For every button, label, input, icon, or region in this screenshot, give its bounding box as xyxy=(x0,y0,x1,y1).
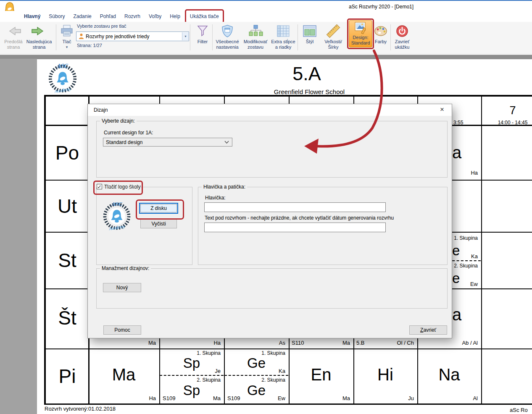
arrow-right-icon xyxy=(24,23,54,39)
window-edge-strip xyxy=(0,55,532,59)
current-design-label: Current design for 1A: xyxy=(104,130,153,136)
close-dialog-button[interactable]: Zavrieť xyxy=(409,325,447,335)
menu-rozvrh[interactable]: Rozvrh xyxy=(124,11,140,22)
combo-dropdown-icon[interactable]: ▾ xyxy=(182,32,189,40)
ribbon-separator xyxy=(390,24,391,50)
lesson-teacher: As xyxy=(243,340,285,346)
app-window: aSc Rozvrhy 2020 - [Demo1] Hlavný Súbory… xyxy=(0,0,532,414)
class-report-icon xyxy=(76,33,84,39)
design-select-value: Standard design xyxy=(103,139,224,145)
menu-pohlad[interactable]: Pohľad xyxy=(100,11,116,22)
design-management-group: Manažment dizajnov: xyxy=(96,268,448,309)
ribbon-toolbar: Predošlá strana Nasledujúca strana Tlač … xyxy=(0,22,532,55)
header-footer-group-label: Hlavička a patička: xyxy=(202,184,247,190)
lesson-teacher: Ha xyxy=(179,340,221,346)
preview-margin-band xyxy=(0,59,37,414)
lesson-room: S109 xyxy=(227,395,240,401)
day-st: St xyxy=(46,249,88,272)
extra-columns-button[interactable]: Extra stĺpce a riadky xyxy=(270,23,296,50)
lesson-teacher: Ma xyxy=(114,340,156,346)
group-2-label: 2. Skupina xyxy=(179,377,221,383)
close-preview-button[interactable]: Zavrieť ukážku xyxy=(392,23,413,50)
prev-page-button[interactable]: Predošlá strana xyxy=(3,23,24,50)
grid-line xyxy=(481,95,482,405)
report-select-label: Vyberte zostavu pre tlač xyxy=(77,24,126,29)
period-6-time-fragment: 3:55 xyxy=(453,120,463,126)
dialog-school-logo: ASC Academy xyxy=(101,199,133,233)
table-border-top xyxy=(44,95,532,97)
style-button[interactable]: Štýl xyxy=(299,23,320,45)
design-picture-icon xyxy=(349,21,372,35)
ribbon-separator xyxy=(298,24,298,50)
colors-button[interactable]: Farby xyxy=(372,23,389,45)
new-design-button[interactable]: Nový xyxy=(103,283,141,292)
group-2-label: 2. Skupina xyxy=(243,377,285,383)
lesson-teacher: Ol / Ch xyxy=(372,340,414,346)
design-standard-button[interactable]: Design: Standard xyxy=(349,20,372,47)
day-ut: Ut xyxy=(46,195,88,217)
day-po: Po xyxy=(46,141,88,164)
design-button-annotation: Design: Standard xyxy=(347,18,374,49)
asc-watermark-text: aSc Ro xyxy=(510,407,528,413)
menu-volby[interactable]: Voľby xyxy=(149,11,161,22)
footer-input[interactable] xyxy=(204,223,386,232)
lesson-room: S109 xyxy=(163,395,175,401)
checkbox-annotation xyxy=(93,181,143,195)
lesson-room: S110 xyxy=(292,340,304,346)
modify-report-button[interactable]: Modifikovať zostavu xyxy=(241,23,270,50)
logo-arc-text: ASC xyxy=(57,63,68,69)
lesson-subject: Na xyxy=(418,365,480,384)
generated-date-text: Rozvrh vytvorený:01.02.2018 xyxy=(45,406,116,412)
help-button[interactable]: Pomoc xyxy=(103,325,141,335)
header-input[interactable] xyxy=(204,202,386,212)
org-chart-icon xyxy=(241,23,270,39)
class-title: 5.A xyxy=(269,63,345,85)
ribbon-separator xyxy=(190,24,190,50)
grid-icon xyxy=(270,23,296,39)
shield-icon xyxy=(213,23,241,39)
window-title: aSc Rozvrhy 2020 - [Demo1] xyxy=(349,4,458,10)
report-select[interactable]: Rozvrhy pre jednotlivé triedy ▾ xyxy=(76,31,189,41)
grid-line xyxy=(44,348,532,349)
menu-help[interactable]: Help xyxy=(170,11,180,22)
lesson-teacher: Ma xyxy=(179,395,221,401)
report-select-value: Rozvrhy pre jednotlivé triedy xyxy=(84,34,182,39)
footer-label: Text pod rozvrhom - nechajte prázdne, ak… xyxy=(205,215,394,221)
menu-subory[interactable]: Súbory xyxy=(49,11,65,22)
school-logo: ASC Academy xyxy=(46,61,79,96)
lesson-teacher: Ka xyxy=(243,368,285,374)
lesson-teacher: Ha xyxy=(114,395,156,401)
close-icon[interactable]: × xyxy=(437,105,447,114)
palette-icon xyxy=(372,23,389,39)
day-pi: Pi xyxy=(46,365,88,388)
clear-logo-button[interactable]: Vyčisti xyxy=(140,219,177,228)
school-name: Greenfield Flower School xyxy=(257,88,362,95)
filter-button[interactable]: Filter xyxy=(192,23,213,45)
period-7-number: 7 xyxy=(487,104,532,117)
dialog-title-bar[interactable]: Dizajn × xyxy=(88,104,452,116)
menu-bar: Hlavný Súbory Zadanie Pohľad Rozvrh Voľb… xyxy=(0,11,532,22)
lesson-class: 5.B xyxy=(356,340,365,346)
lesson-teacher: Je xyxy=(179,368,221,374)
lesson-teacher: Ma xyxy=(308,395,350,401)
next-page-button[interactable]: Nasledujúca strana xyxy=(24,23,54,50)
select-design-group-label: Vyberte dizajn: xyxy=(100,118,137,124)
lesson-teacher: Ma xyxy=(308,340,350,346)
menu-hlavny[interactable]: Hlavný xyxy=(24,11,40,22)
title-bar: aSc Rozvrhy 2020 - [Demo1] xyxy=(0,1,532,11)
general-settings-button[interactable]: Všeobecné nastavenia xyxy=(213,23,241,50)
design-select[interactable]: Standard design xyxy=(103,138,232,147)
lesson-subject-fragment: a xyxy=(452,305,461,324)
print-button[interactable]: Tlač ▾ xyxy=(58,23,76,50)
chevron-down-icon xyxy=(224,141,232,144)
from-disk-annotation xyxy=(136,199,184,220)
header-label: Hlavička: xyxy=(205,195,226,201)
lesson-teacher: Ew xyxy=(243,395,285,401)
menu-ukazka-tlace[interactable]: Ukážka tlače xyxy=(185,9,224,24)
page-status: Strana: 1/27 xyxy=(77,43,102,48)
arrow-left-icon xyxy=(3,23,24,39)
menu-zadanie[interactable]: Zadanie xyxy=(73,11,91,22)
sizes-widths-button[interactable]: Veľkosti/Šírky xyxy=(319,23,347,50)
ruler-icon xyxy=(319,23,347,39)
day-stv: Št xyxy=(46,307,88,329)
